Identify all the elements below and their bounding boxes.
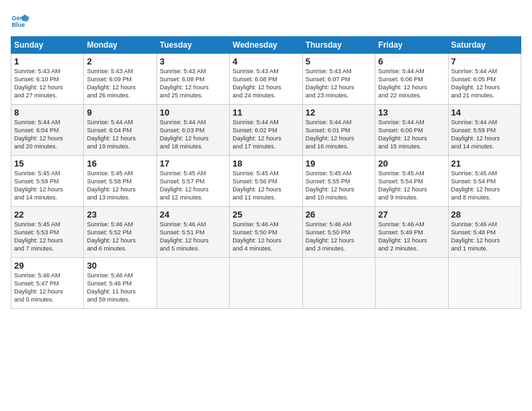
table-row: 23Sunrise: 5:46 AM Sunset: 5:52 PM Dayli… bbox=[84, 207, 157, 258]
table-row: 21Sunrise: 5:45 AM Sunset: 5:54 PM Dayli… bbox=[448, 156, 521, 207]
day-number: 25 bbox=[232, 210, 299, 220]
table-row: 17Sunrise: 5:45 AM Sunset: 5:57 PM Dayli… bbox=[157, 156, 229, 207]
table-row: 2Sunrise: 5:43 AM Sunset: 6:09 PM Daylig… bbox=[84, 54, 157, 105]
table-row: 16Sunrise: 5:45 AM Sunset: 5:58 PM Dayli… bbox=[84, 156, 157, 207]
table-row: 29Sunrise: 5:46 AM Sunset: 5:47 PM Dayli… bbox=[11, 258, 84, 309]
table-row: 19Sunrise: 5:45 AM Sunset: 5:55 PM Dayli… bbox=[302, 156, 375, 207]
day-number: 8 bbox=[14, 107, 81, 118]
cell-content: Sunrise: 5:44 AM Sunset: 6:03 PM Dayligh… bbox=[160, 118, 226, 151]
table-row: 13Sunrise: 5:44 AM Sunset: 6:00 PM Dayli… bbox=[375, 105, 448, 156]
table-row bbox=[375, 258, 448, 309]
cell-content: Sunrise: 5:44 AM Sunset: 6:06 PM Dayligh… bbox=[378, 67, 445, 100]
cell-content: Sunrise: 5:45 AM Sunset: 5:59 PM Dayligh… bbox=[14, 169, 81, 202]
day-number: 22 bbox=[14, 210, 81, 220]
day-number: 15 bbox=[14, 158, 81, 169]
day-number: 5 bbox=[306, 56, 372, 66]
cell-content: Sunrise: 5:45 AM Sunset: 5:53 PM Dayligh… bbox=[14, 220, 81, 253]
col-tuesday: Tuesday bbox=[157, 37, 229, 54]
table-row: 27Sunrise: 5:46 AM Sunset: 5:49 PM Dayli… bbox=[375, 207, 448, 258]
table-row: 30Sunrise: 5:46 AM Sunset: 5:46 PM Dayli… bbox=[84, 258, 157, 309]
logo: General Blue bbox=[11, 11, 34, 30]
table-row: 4Sunrise: 5:43 AM Sunset: 6:08 PM Daylig… bbox=[230, 54, 302, 105]
day-number: 30 bbox=[87, 261, 153, 271]
table-row: 10Sunrise: 5:44 AM Sunset: 6:03 PM Dayli… bbox=[157, 105, 229, 156]
day-number: 14 bbox=[451, 107, 518, 118]
cell-content: Sunrise: 5:46 AM Sunset: 5:48 PM Dayligh… bbox=[451, 220, 518, 253]
day-number: 28 bbox=[451, 210, 518, 220]
table-row: 3Sunrise: 5:43 AM Sunset: 6:08 PM Daylig… bbox=[157, 54, 229, 105]
day-number: 3 bbox=[160, 56, 226, 66]
cell-content: Sunrise: 5:46 AM Sunset: 5:51 PM Dayligh… bbox=[160, 220, 226, 253]
cell-content: Sunrise: 5:44 AM Sunset: 6:04 PM Dayligh… bbox=[87, 118, 153, 151]
table-row bbox=[230, 258, 302, 309]
col-friday: Friday bbox=[375, 37, 448, 54]
cell-content: Sunrise: 5:46 AM Sunset: 5:50 PM Dayligh… bbox=[306, 220, 372, 253]
day-number: 17 bbox=[160, 158, 226, 169]
day-number: 18 bbox=[232, 158, 299, 169]
day-number: 7 bbox=[451, 56, 518, 66]
table-row: 5Sunrise: 5:43 AM Sunset: 6:07 PM Daylig… bbox=[302, 54, 375, 105]
table-row: 15Sunrise: 5:45 AM Sunset: 5:59 PM Dayli… bbox=[11, 156, 84, 207]
cell-content: Sunrise: 5:45 AM Sunset: 5:57 PM Dayligh… bbox=[160, 169, 226, 202]
day-number: 2 bbox=[87, 56, 153, 66]
cell-content: Sunrise: 5:44 AM Sunset: 6:02 PM Dayligh… bbox=[232, 118, 299, 151]
table-row: 18Sunrise: 5:45 AM Sunset: 5:56 PM Dayli… bbox=[230, 156, 302, 207]
col-thursday: Thursday bbox=[302, 37, 375, 54]
cell-content: Sunrise: 5:46 AM Sunset: 5:46 PM Dayligh… bbox=[87, 271, 153, 304]
day-number: 20 bbox=[378, 158, 445, 169]
day-number: 24 bbox=[160, 210, 226, 220]
svg-text:Blue: Blue bbox=[11, 21, 25, 28]
table-row: 1Sunrise: 5:43 AM Sunset: 6:10 PM Daylig… bbox=[11, 54, 84, 105]
table-row: 6Sunrise: 5:44 AM Sunset: 6:06 PM Daylig… bbox=[375, 54, 448, 105]
day-number: 19 bbox=[306, 158, 372, 169]
table-row: 8Sunrise: 5:44 AM Sunset: 6:04 PM Daylig… bbox=[11, 105, 84, 156]
table-row bbox=[302, 258, 375, 309]
day-number: 27 bbox=[378, 210, 445, 220]
table-row: 11Sunrise: 5:44 AM Sunset: 6:02 PM Dayli… bbox=[230, 105, 302, 156]
day-number: 13 bbox=[378, 107, 445, 118]
day-number: 21 bbox=[451, 158, 518, 169]
cell-content: Sunrise: 5:46 AM Sunset: 5:50 PM Dayligh… bbox=[232, 220, 299, 253]
cell-content: Sunrise: 5:43 AM Sunset: 6:08 PM Dayligh… bbox=[232, 67, 299, 100]
table-row: 22Sunrise: 5:45 AM Sunset: 5:53 PM Dayli… bbox=[11, 207, 84, 258]
page-header: General Blue bbox=[11, 11, 521, 30]
day-number: 4 bbox=[232, 56, 299, 66]
col-sunday: Sunday bbox=[11, 37, 84, 54]
calendar-table: Sunday Monday Tuesday Wednesday Thursday… bbox=[11, 36, 521, 309]
cell-content: Sunrise: 5:46 AM Sunset: 5:47 PM Dayligh… bbox=[14, 271, 81, 304]
table-row: 12Sunrise: 5:44 AM Sunset: 6:01 PM Dayli… bbox=[302, 105, 375, 156]
cell-content: Sunrise: 5:44 AM Sunset: 6:05 PM Dayligh… bbox=[451, 67, 518, 100]
cell-content: Sunrise: 5:44 AM Sunset: 6:01 PM Dayligh… bbox=[306, 118, 372, 151]
cell-content: Sunrise: 5:44 AM Sunset: 5:59 PM Dayligh… bbox=[451, 118, 518, 151]
day-number: 23 bbox=[87, 210, 153, 220]
cell-content: Sunrise: 5:45 AM Sunset: 5:54 PM Dayligh… bbox=[451, 169, 518, 202]
cell-content: Sunrise: 5:43 AM Sunset: 6:08 PM Dayligh… bbox=[160, 67, 226, 100]
cell-content: Sunrise: 5:46 AM Sunset: 5:49 PM Dayligh… bbox=[378, 220, 445, 253]
cell-content: Sunrise: 5:43 AM Sunset: 6:07 PM Dayligh… bbox=[306, 67, 372, 100]
cell-content: Sunrise: 5:45 AM Sunset: 5:54 PM Dayligh… bbox=[378, 169, 445, 202]
table-row: 9Sunrise: 5:44 AM Sunset: 6:04 PM Daylig… bbox=[84, 105, 157, 156]
cell-content: Sunrise: 5:43 AM Sunset: 6:10 PM Dayligh… bbox=[14, 67, 81, 100]
day-number: 9 bbox=[87, 107, 153, 118]
cell-content: Sunrise: 5:45 AM Sunset: 5:56 PM Dayligh… bbox=[232, 169, 299, 202]
logo-icon: General Blue bbox=[11, 11, 30, 30]
table-row: 20Sunrise: 5:45 AM Sunset: 5:54 PM Dayli… bbox=[375, 156, 448, 207]
table-row: 26Sunrise: 5:46 AM Sunset: 5:50 PM Dayli… bbox=[302, 207, 375, 258]
cell-content: Sunrise: 5:45 AM Sunset: 5:58 PM Dayligh… bbox=[87, 169, 153, 202]
col-saturday: Saturday bbox=[448, 37, 521, 54]
day-number: 1 bbox=[14, 56, 81, 66]
day-number: 12 bbox=[306, 107, 372, 118]
day-number: 6 bbox=[378, 56, 445, 66]
table-row: 25Sunrise: 5:46 AM Sunset: 5:50 PM Dayli… bbox=[230, 207, 302, 258]
table-row bbox=[157, 258, 229, 309]
day-number: 29 bbox=[14, 261, 81, 271]
day-number: 16 bbox=[87, 158, 153, 169]
col-monday: Monday bbox=[84, 37, 157, 54]
day-number: 11 bbox=[232, 107, 299, 118]
cell-content: Sunrise: 5:45 AM Sunset: 5:55 PM Dayligh… bbox=[306, 169, 372, 202]
day-number: 10 bbox=[160, 107, 226, 118]
cell-content: Sunrise: 5:44 AM Sunset: 6:00 PM Dayligh… bbox=[378, 118, 445, 151]
cell-content: Sunrise: 5:44 AM Sunset: 6:04 PM Dayligh… bbox=[14, 118, 81, 151]
cell-content: Sunrise: 5:43 AM Sunset: 6:09 PM Dayligh… bbox=[87, 67, 153, 100]
day-number: 26 bbox=[306, 210, 372, 220]
